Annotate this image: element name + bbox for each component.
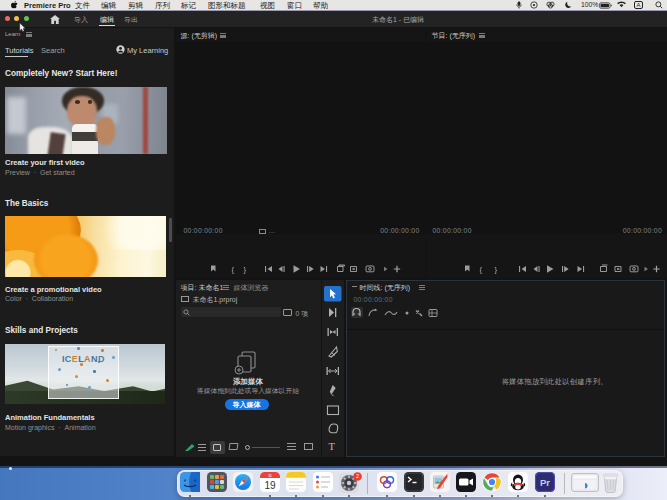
- svg-text:Pr: Pr: [539, 477, 549, 488]
- svg-text:T: T: [329, 441, 336, 452]
- svg-text:}: }: [243, 264, 246, 273]
- svg-text:2: 2: [356, 473, 359, 479]
- svg-text:}: }: [494, 264, 497, 273]
- svg-text:{: {: [231, 264, 234, 273]
- svg-text:{: {: [479, 264, 482, 273]
- svg-text:19: 19: [264, 479, 276, 490]
